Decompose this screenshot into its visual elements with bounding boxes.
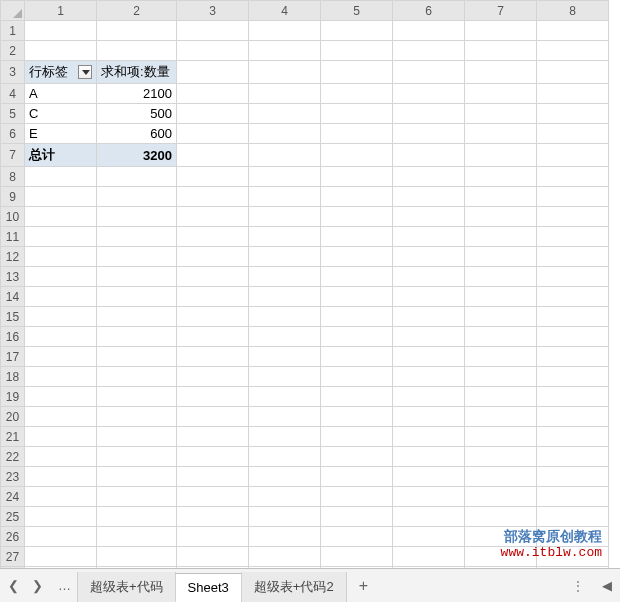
cell[interactable] xyxy=(177,367,249,387)
cell[interactable] xyxy=(321,167,393,187)
cell[interactable] xyxy=(393,187,465,207)
cell[interactable] xyxy=(321,41,393,61)
cell[interactable] xyxy=(25,347,97,367)
tab-nav-prev[interactable]: ❮ xyxy=(6,576,20,595)
cell[interactable] xyxy=(25,407,97,427)
row-header[interactable]: 23 xyxy=(1,467,25,487)
cell[interactable] xyxy=(465,407,537,427)
cell[interactable] xyxy=(177,387,249,407)
cell[interactable] xyxy=(177,61,249,84)
cell[interactable] xyxy=(97,247,177,267)
cell[interactable] xyxy=(249,427,321,447)
select-all-corner[interactable] xyxy=(1,1,25,21)
sheet-tab[interactable]: 超级表+代码2 xyxy=(241,572,347,602)
cell[interactable] xyxy=(321,84,393,104)
cell[interactable] xyxy=(321,387,393,407)
cell[interactable] xyxy=(393,507,465,527)
row-header[interactable]: 5 xyxy=(1,104,25,124)
cell[interactable] xyxy=(177,407,249,427)
cell[interactable] xyxy=(177,267,249,287)
cell[interactable] xyxy=(97,407,177,427)
cell[interactable] xyxy=(177,41,249,61)
cell[interactable] xyxy=(25,467,97,487)
cell[interactable] xyxy=(537,467,609,487)
column-header[interactable]: 7 xyxy=(465,1,537,21)
row-header[interactable]: 18 xyxy=(1,367,25,387)
cell[interactable] xyxy=(537,367,609,387)
cell[interactable] xyxy=(25,187,97,207)
cell[interactable] xyxy=(537,247,609,267)
cell[interactable] xyxy=(393,327,465,347)
cell[interactable] xyxy=(393,547,465,567)
cell[interactable] xyxy=(465,61,537,84)
cell[interactable] xyxy=(249,327,321,347)
cell[interactable] xyxy=(97,287,177,307)
cell[interactable] xyxy=(249,267,321,287)
cell[interactable] xyxy=(321,247,393,267)
cell[interactable] xyxy=(465,387,537,407)
cell[interactable] xyxy=(177,227,249,247)
cell[interactable] xyxy=(537,207,609,227)
cell[interactable] xyxy=(97,467,177,487)
cell[interactable] xyxy=(393,467,465,487)
cell[interactable] xyxy=(321,61,393,84)
cell[interactable] xyxy=(249,507,321,527)
cell[interactable] xyxy=(25,247,97,267)
cell[interactable] xyxy=(249,104,321,124)
cell[interactable] xyxy=(321,527,393,547)
cell[interactable] xyxy=(177,287,249,307)
cell[interactable] xyxy=(97,41,177,61)
cell[interactable] xyxy=(537,407,609,427)
cell[interactable] xyxy=(465,427,537,447)
cell[interactable] xyxy=(465,347,537,367)
cell[interactable] xyxy=(465,124,537,144)
cell[interactable] xyxy=(97,507,177,527)
cell[interactable] xyxy=(249,407,321,427)
cell[interactable] xyxy=(465,327,537,347)
cell[interactable] xyxy=(249,347,321,367)
cell[interactable] xyxy=(393,487,465,507)
sheet-tab[interactable]: 超级表+代码 xyxy=(77,572,176,602)
cell[interactable] xyxy=(249,247,321,267)
column-header[interactable]: 3 xyxy=(177,1,249,21)
cell[interactable] xyxy=(25,267,97,287)
cell[interactable] xyxy=(25,167,97,187)
cell[interactable] xyxy=(249,187,321,207)
row-header[interactable]: 14 xyxy=(1,287,25,307)
row-header[interactable]: 22 xyxy=(1,447,25,467)
cell[interactable] xyxy=(97,527,177,547)
cell[interactable] xyxy=(177,167,249,187)
cell[interactable] xyxy=(321,307,393,327)
cell[interactable] xyxy=(393,167,465,187)
pivot-row-value[interactable]: 2100 xyxy=(97,84,177,104)
pivot-row-label[interactable]: C xyxy=(25,104,97,124)
pivot-row-label[interactable]: E xyxy=(25,124,97,144)
cell[interactable] xyxy=(321,427,393,447)
cell[interactable] xyxy=(249,124,321,144)
cell[interactable] xyxy=(537,427,609,447)
cell[interactable] xyxy=(177,327,249,347)
column-header[interactable]: 4 xyxy=(249,1,321,21)
cell[interactable] xyxy=(393,227,465,247)
cell[interactable] xyxy=(249,207,321,227)
cell[interactable] xyxy=(393,267,465,287)
cell[interactable] xyxy=(25,367,97,387)
cell[interactable] xyxy=(177,307,249,327)
cell[interactable] xyxy=(393,41,465,61)
cell[interactable] xyxy=(537,41,609,61)
cell[interactable] xyxy=(177,247,249,267)
cell[interactable] xyxy=(465,307,537,327)
cell[interactable] xyxy=(249,21,321,41)
cell[interactable] xyxy=(393,447,465,467)
cell[interactable] xyxy=(393,307,465,327)
cell[interactable] xyxy=(465,187,537,207)
cell[interactable] xyxy=(249,227,321,247)
column-header[interactable]: 2 xyxy=(97,1,177,21)
pivot-row-label[interactable]: A xyxy=(25,84,97,104)
cell[interactable] xyxy=(537,307,609,327)
cell[interactable] xyxy=(25,41,97,61)
cell[interactable] xyxy=(249,467,321,487)
sheet-tab[interactable]: Sheet3 xyxy=(175,573,242,602)
row-header[interactable]: 6 xyxy=(1,124,25,144)
cell[interactable] xyxy=(465,207,537,227)
